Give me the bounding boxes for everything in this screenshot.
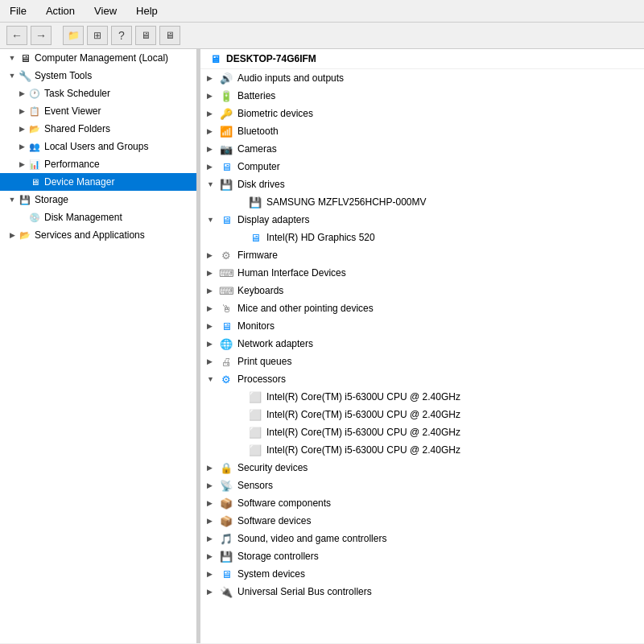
device-list-item[interactable]: ▶ 📡 Sensors bbox=[200, 477, 644, 494]
device-list-item[interactable]: ▶ 🔊 Audio inputs and outputs bbox=[200, 69, 644, 87]
root-chevron: ▼ bbox=[6, 52, 18, 64]
device-chevron: ▶ bbox=[207, 464, 218, 472]
device-list-item[interactable]: ▶ 💾 Storage controllers bbox=[200, 547, 644, 565]
services-item[interactable]: ▶ 📂 Services and Applications bbox=[0, 226, 196, 244]
device-list-item[interactable]: ▼ ⚙ Processors bbox=[200, 370, 644, 388]
device-list-item[interactable]: ▶ 🔌 Universal Serial Bus controllers bbox=[200, 583, 644, 601]
device-list-item[interactable]: ⬜ Intel(R) Core(TM) i5-6300U CPU @ 2.40G… bbox=[200, 423, 644, 441]
device-list-item[interactable]: ▶ ⌨ Human Interface Devices bbox=[200, 264, 644, 282]
device-list-item[interactable]: ⬜ Intel(R) Core(TM) i5-6300U CPU @ 2.40G… bbox=[200, 388, 644, 406]
device-list-item[interactable]: ▶ 📷 Cameras bbox=[200, 140, 644, 158]
local-users-label: Local Users and Groups bbox=[44, 141, 148, 152]
device-label: Software components bbox=[237, 497, 331, 509]
device-icon: 📦 bbox=[218, 496, 234, 510]
device-label: Security devices bbox=[237, 462, 308, 473]
device-list-item[interactable]: ▶ 🖥 System devices bbox=[200, 565, 644, 583]
device-list-item[interactable]: ▶ 🖥 Computer bbox=[200, 158, 644, 175]
device-icon: 🖥 bbox=[218, 319, 234, 333]
performance-chevron: ▶ bbox=[16, 159, 27, 170]
tree-root[interactable]: ▼ 🖥 Computer Management (Local) bbox=[0, 49, 196, 67]
menu-bar: File Action View Help bbox=[0, 0, 644, 23]
device-label: Batteries bbox=[237, 90, 275, 101]
device-label: Print queues bbox=[237, 356, 291, 367]
forward-button[interactable]: → bbox=[31, 26, 52, 45]
device-list-item[interactable]: ▶ 🔒 Security devices bbox=[200, 459, 644, 477]
device-list-item[interactable]: ▶ 🔑 Biometric devices bbox=[200, 105, 644, 122]
back-button[interactable]: ← bbox=[6, 26, 27, 45]
device-icon: 🔋 bbox=[218, 89, 234, 103]
device-list-item[interactable]: ▶ ⌨ Keyboards bbox=[200, 282, 644, 299]
event-viewer-icon: 📋 bbox=[27, 104, 42, 118]
device-icon: ⌨ bbox=[218, 283, 234, 298]
device-list-item[interactable]: ▶ 🖥 Monitors bbox=[200, 317, 644, 335]
services-chevron: ▶ bbox=[6, 229, 18, 241]
shared-folders-item[interactable]: ▶ 📂 Shared Folders bbox=[0, 120, 196, 138]
device-icon: 🔑 bbox=[218, 106, 234, 121]
system-tools-item[interactable]: ▼ 🔧 System Tools bbox=[0, 67, 196, 85]
device-chevron: ▶ bbox=[207, 304, 218, 312]
performance-label: Performance bbox=[44, 159, 100, 170]
device-list-item[interactable]: ▶ 🎵 Sound, video and game controllers bbox=[200, 530, 644, 547]
storage-icon: 💾 bbox=[18, 192, 32, 207]
device-icon: ⬜ bbox=[247, 407, 263, 422]
device-chevron: ▶ bbox=[207, 269, 218, 277]
device-chevron: ▶ bbox=[207, 287, 218, 295]
device-list-item[interactable]: ▶ 🌐 Network adapters bbox=[200, 335, 644, 353]
device-list-item[interactable]: ▶ 📦 Software devices bbox=[200, 512, 644, 530]
open-button[interactable]: 📁 bbox=[63, 26, 84, 45]
device-chevron: ▶ bbox=[207, 251, 218, 259]
device-list-item[interactable]: ▼ 💾 Disk drives bbox=[200, 175, 644, 193]
local-users-item[interactable]: ▶ 👥 Local Users and Groups bbox=[0, 138, 196, 155]
menu-file[interactable]: File bbox=[6, 3, 30, 19]
device-list-item[interactable]: ▶ 📶 Bluetooth bbox=[200, 122, 644, 140]
device-manager-item[interactable]: 🖥 Device Manager bbox=[0, 173, 196, 191]
device-manager-chevron bbox=[16, 176, 27, 188]
device-label: System devices bbox=[237, 568, 305, 580]
menu-action[interactable]: Action bbox=[43, 3, 78, 19]
device-list-item[interactable]: ⬜ Intel(R) Core(TM) i5-6300U CPU @ 2.40G… bbox=[200, 406, 644, 423]
device-icon: 💾 bbox=[218, 177, 234, 192]
device-chevron: ▶ bbox=[207, 481, 218, 489]
device-chevron: ▶ bbox=[207, 499, 218, 507]
device-icon: 🖥 bbox=[247, 230, 263, 245]
device-list-item[interactable]: ▶ ⚙ Firmware bbox=[200, 246, 644, 264]
device-label: Storage controllers bbox=[237, 551, 319, 562]
device-list-item[interactable]: 🖥 Intel(R) HD Graphics 520 bbox=[200, 229, 644, 246]
header-title: DESKTOP-74G6IFM bbox=[226, 53, 316, 64]
device-icon: ⬜ bbox=[247, 443, 263, 457]
device-list-item[interactable]: ▶ 🖱 Mice and other pointing devices bbox=[200, 299, 644, 317]
device-icon: 🖱 bbox=[218, 301, 234, 316]
monitor-button1[interactable]: 🖥 bbox=[135, 26, 156, 45]
storage-chevron: ▼ bbox=[6, 194, 18, 205]
menu-help[interactable]: Help bbox=[133, 3, 161, 19]
device-list-item[interactable]: ▶ 🖨 Print queues bbox=[200, 353, 644, 370]
device-chevron: ▶ bbox=[207, 588, 218, 596]
device-list-item[interactable]: ⬜ Intel(R) Core(TM) i5-6300U CPU @ 2.40G… bbox=[200, 441, 644, 459]
event-viewer-item[interactable]: ▶ 📋 Event Viewer bbox=[0, 102, 196, 120]
local-users-icon: 👥 bbox=[27, 139, 42, 154]
performance-item[interactable]: ▶ 📊 Performance bbox=[0, 155, 196, 173]
device-list-item[interactable]: ▶ 🔋 Batteries bbox=[200, 87, 644, 105]
device-icon: 📷 bbox=[218, 142, 234, 156]
monitor-button2[interactable]: 🖥 bbox=[159, 26, 180, 45]
device-chevron: ▶ bbox=[207, 92, 218, 100]
device-label: Processors bbox=[237, 374, 286, 385]
device-list-item[interactable]: 💾 SAMSUNG MZFLV256HCHP-000MV bbox=[200, 193, 644, 211]
device-list-item[interactable]: ▶ 📦 Software components bbox=[200, 494, 644, 512]
storage-item[interactable]: ▼ 💾 Storage bbox=[0, 191, 196, 208]
help-button[interactable]: ? bbox=[111, 26, 132, 45]
device-label: Cameras bbox=[237, 143, 277, 155]
system-tools-icon: 🔧 bbox=[18, 68, 32, 83]
device-label: Intel(R) Core(TM) i5-6300U CPU @ 2.40GHz bbox=[266, 427, 460, 438]
device-chevron: ▶ bbox=[207, 322, 218, 330]
root-label: Computer Management (Local) bbox=[35, 52, 168, 64]
task-scheduler-item[interactable]: ▶ 🕐 Task Scheduler bbox=[0, 85, 196, 102]
device-label: Sensors bbox=[237, 480, 273, 491]
disk-management-item[interactable]: 💿 Disk Management bbox=[0, 208, 196, 226]
device-label: Intel(R) Core(TM) i5-6300U CPU @ 2.40GHz bbox=[266, 391, 460, 402]
device-label: Software devices bbox=[237, 515, 311, 526]
device-list-item[interactable]: ▼ 🖥 Display adapters bbox=[200, 211, 644, 229]
device-chevron: ▼ bbox=[207, 216, 218, 224]
grid-button[interactable]: ⊞ bbox=[87, 26, 108, 45]
menu-view[interactable]: View bbox=[91, 3, 120, 19]
